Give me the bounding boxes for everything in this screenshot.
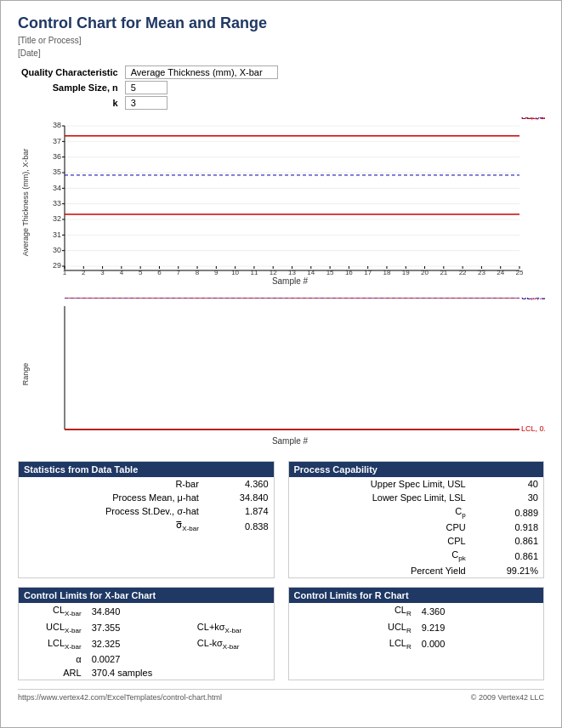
rlim-row-ucl: UCLR 9.219 <box>289 620 544 636</box>
xbar-limits-header: Control Limits for X-bar Chart <box>19 588 274 603</box>
stat-value-stdev: 1.874 <box>204 504 274 518</box>
svg-text:16: 16 <box>345 269 353 276</box>
svg-text:23: 23 <box>478 269 485 276</box>
xlim-row-cl: CLX-bar 34.840 <box>19 603 274 619</box>
cap-value-usl: 40 <box>471 477 543 491</box>
svg-text:12: 12 <box>270 269 277 276</box>
svg-text:13: 13 <box>288 269 296 276</box>
svg-text:17: 17 <box>364 269 372 276</box>
cap-value-cpk: 0.861 <box>471 548 543 564</box>
svg-text:3: 3 <box>100 269 105 276</box>
svg-text:1: 1 <box>63 269 67 276</box>
svg-text:7: 7 <box>177 269 181 276</box>
r-x-label: Sample # <box>272 436 309 446</box>
statistics-box: Statistics from Data Table R-bar 4.360 P… <box>18 461 275 578</box>
stat-value-sigma-xbar: 0.838 <box>204 518 274 534</box>
stat-row-mean: Process Mean, μ-hat 34.840 <box>19 491 274 504</box>
xlim-value-cl: 34.840 <box>87 603 192 619</box>
xlim-row-lcl: LCLX-bar 32.325 CL-kσX-bar <box>19 636 274 652</box>
page-title: Control Chart for Mean and Range <box>18 14 544 32</box>
cap-value-cp: 0.889 <box>471 504 543 520</box>
quality-characteristic-label: Quality Characteristic <box>18 65 122 80</box>
cap-label-cpl: CPL <box>289 534 471 548</box>
rlim-row-lcl: LCLR 0.000 <box>289 636 544 652</box>
svg-text:25: 25 <box>516 269 524 276</box>
k-value: 3 <box>125 96 167 110</box>
cap-row-cp: Cp 0.889 <box>289 504 544 520</box>
xbar-y-label: Average Thickness (mm), X-bar <box>21 149 30 257</box>
quality-characteristic-value: Average Thickness (mm), X-bar <box>125 65 278 79</box>
xbar-lcl-label: LCL, 32.325 <box>521 117 545 121</box>
r-chart-container: Range UCL, 9.219 CL, 4.360 LCL, 0.000 Sa… <box>18 298 544 452</box>
svg-text:32: 32 <box>53 214 61 223</box>
xbar-limits-box: Control Limits for X-bar Chart CLX-bar 3… <box>18 587 275 680</box>
xlim-label-lcl: LCLX-bar <box>19 636 87 652</box>
rlim-label-lcl: LCLR <box>289 636 417 652</box>
rlim-value-cl: 4.360 <box>417 603 543 619</box>
svg-text:22: 22 <box>459 269 467 276</box>
xlim-label-ucl: UCLX-bar <box>19 620 87 636</box>
r-limits-header: Control Limits for R Chart <box>289 588 544 603</box>
cap-row-lsl: Lower Spec Limit, LSL 30 <box>289 491 544 504</box>
k-label: k <box>18 95 122 111</box>
capability-table: Upper Spec Limit, USL 40 Lower Spec Limi… <box>289 477 544 577</box>
xlim-value-alpha: 0.0027 <box>87 652 192 666</box>
stat-value-mean: 34.840 <box>204 491 274 504</box>
cap-row-cpl: CPL 0.861 <box>289 534 544 548</box>
svg-text:5: 5 <box>139 269 143 276</box>
r-cl-label: CL, 4.360 <box>521 298 545 301</box>
cap-value-yield: 99.21% <box>471 564 543 577</box>
xlim-value-ucl: 37.355 <box>87 620 192 636</box>
svg-text:10: 10 <box>231 269 239 276</box>
r-limits-table: CLR 4.360 UCLR 9.219 LCLR 0.000 <box>289 603 544 652</box>
cap-label-cpk: Cpk <box>289 548 471 564</box>
svg-text:21: 21 <box>440 269 447 276</box>
r-lcl-label: LCL, 0.000 <box>521 424 545 433</box>
rlim-row-cl: CLR 4.360 <box>289 603 544 619</box>
svg-text:4: 4 <box>120 269 124 276</box>
svg-text:38: 38 <box>53 121 61 129</box>
svg-text:31: 31 <box>53 230 61 239</box>
footer: https://www.vertex42.com/ExcelTemplates/… <box>18 689 544 702</box>
xlim-row-ucl: UCLX-bar 37.355 CL+kσX-bar <box>19 620 274 636</box>
footer-right: © 2009 Vertex42 LLC <box>471 693 544 702</box>
statistics-table: R-bar 4.360 Process Mean, μ-hat 34.840 P… <box>19 477 274 534</box>
cap-row-yield: Percent Yield 99.21% <box>289 564 544 577</box>
subtitle1: [Title or Process] <box>18 34 544 47</box>
capability-header: Process Capability <box>289 462 544 477</box>
xlim-label-arl: ARL <box>19 666 87 680</box>
r-limits-box: Control Limits for R Chart CLR 4.360 UCL… <box>288 587 545 680</box>
stat-label-stdev: Process St.Dev., σ-hat <box>19 504 204 518</box>
xbar-chart: Average Thickness (mm), X-bar 2930313233… <box>18 117 545 287</box>
xlim-formula-cl <box>192 603 274 619</box>
footer-left: https://www.vertex42.com/ExcelTemplates/… <box>18 693 222 702</box>
cap-label-usl: Upper Spec Limit, USL <box>289 477 471 491</box>
xlim-row-arl: ARL 370.4 samples <box>19 666 274 680</box>
svg-text:29: 29 <box>53 261 61 270</box>
sample-size-label: Sample Size, n <box>18 80 122 95</box>
stat-label-sigma-xbar: σ̅X-bar <box>19 518 204 534</box>
sample-size-value: 5 <box>125 81 167 94</box>
r-y-label: Range <box>21 363 30 386</box>
svg-text:2: 2 <box>82 269 86 276</box>
xbar-limits-table: CLX-bar 34.840 UCLX-bar 37.355 CL+kσX-ba… <box>19 603 274 680</box>
svg-text:6: 6 <box>157 269 162 276</box>
stat-label-rbar: R-bar <box>19 477 204 491</box>
svg-text:8: 8 <box>196 269 200 276</box>
cap-value-lsl: 30 <box>471 491 543 504</box>
rlim-label-ucl: UCLR <box>289 620 417 636</box>
limits-row: Control Limits for X-bar Chart CLX-bar 3… <box>18 587 544 680</box>
xbar-x-label: Sample # <box>272 276 309 286</box>
svg-text:20: 20 <box>421 269 429 276</box>
cap-row-usl: Upper Spec Limit, USL 40 <box>289 477 544 491</box>
cap-label-lsl: Lower Spec Limit, LSL <box>289 491 471 504</box>
svg-text:19: 19 <box>402 269 410 276</box>
xlim-value-lcl: 32.325 <box>87 636 192 652</box>
svg-text:18: 18 <box>383 269 391 276</box>
xlim-formula-alpha <box>192 652 274 666</box>
xlim-formula-arl <box>192 666 274 680</box>
svg-text:33: 33 <box>53 199 61 208</box>
rlim-label-cl: CLR <box>289 603 417 619</box>
xlim-formula-lcl: CL-kσX-bar <box>192 636 274 652</box>
svg-text:11: 11 <box>250 269 258 276</box>
